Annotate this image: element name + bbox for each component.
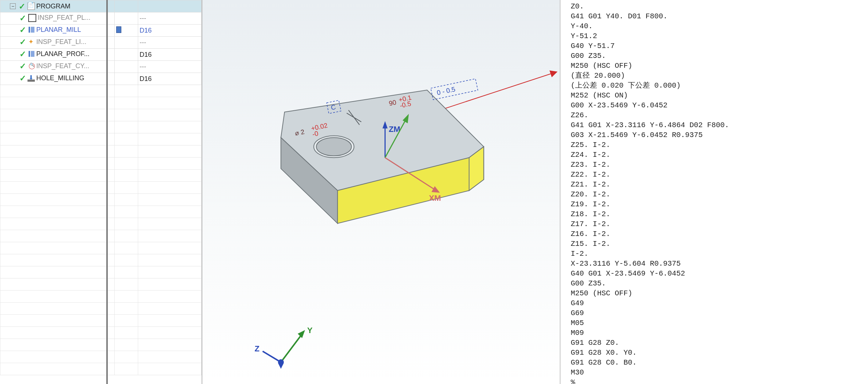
- svg-marker-18: [298, 330, 305, 338]
- dim-box-label: 0 - 0.5: [436, 85, 456, 96]
- tree-item-tool: ---: [140, 63, 146, 70]
- blank-row: [0, 278, 202, 291]
- axis-xm-label: XM: [429, 193, 441, 203]
- tree-item-tool: ---: [140, 39, 146, 46]
- tree-row[interactable]: PLANAR_MILL D16: [0, 25, 202, 37]
- program-root-label: PROGRAM: [36, 3, 70, 10]
- tree-row[interactable]: PLANAR_PROF... D16: [0, 49, 202, 61]
- program-icon: [27, 3, 35, 10]
- part-solid: [281, 90, 483, 224]
- blank-row: [0, 121, 202, 133]
- column-resize-handle[interactable]: [106, 0, 108, 384]
- tree-item-tool: D16: [140, 75, 152, 82]
- tree-item-label[interactable]: PLANAR_MILL: [36, 26, 81, 34]
- graphics-viewport[interactable]: ZM XM 0 - 0.5 C 90 +0.1: [202, 0, 560, 384]
- program-tree-table[interactable]: − PROGRAM INSP_FEAT_PL... ---: [0, 0, 202, 375]
- tree-item-label: PLANAR_PROF...: [36, 50, 89, 58]
- tree-row[interactable]: HOLE_MILLING D16: [0, 73, 202, 85]
- hole-mill-icon: [28, 75, 35, 81]
- blank-row: [0, 242, 202, 254]
- app-root: − PROGRAM INSP_FEAT_PL... ---: [0, 0, 868, 384]
- tree-item-tool[interactable]: D16: [140, 27, 152, 34]
- viewport-svg: ZM XM 0 - 0.5 C 90 +0.1: [202, 0, 560, 384]
- mill-icon: [28, 51, 35, 57]
- check-icon: [19, 26, 26, 33]
- tree-row[interactable]: INSP_FEAT_LI... ---: [0, 37, 202, 49]
- triad-y: Y: [307, 326, 313, 335]
- tree-item-label: INSP_FEAT_LI...: [36, 38, 87, 46]
- insp-plane-icon: [28, 14, 36, 22]
- insp-cyl-icon: [28, 63, 35, 69]
- nc-code-listing[interactable]: Z0. G41 G01 Y40. D01 F800. Y-40. Y-51.2 …: [571, 1, 861, 384]
- check-icon: [19, 3, 25, 10]
- check-icon: [19, 38, 26, 45]
- blank-row: [0, 291, 202, 303]
- blank-row: [0, 206, 202, 218]
- tree-row[interactable]: INSP_FEAT_CY... ---: [0, 61, 202, 73]
- world-triad: Y Z X: [255, 326, 313, 369]
- dim-callout-top: 0 - 0.5: [431, 79, 478, 100]
- blank-row: [0, 158, 202, 170]
- blank-row: [0, 182, 202, 194]
- tree-root-row[interactable]: − PROGRAM: [0, 0, 202, 12]
- blank-row: [0, 230, 202, 242]
- blank-row: [0, 303, 202, 315]
- check-icon: [19, 75, 26, 81]
- triad-z: Z: [255, 344, 260, 353]
- dim-90: 90: [388, 99, 397, 107]
- nc-code-panel[interactable]: Z0. G41 G01 Y40. D01 F800. Y-40. Y-51.2 …: [560, 0, 868, 384]
- toolpath-icon: [116, 26, 121, 33]
- check-icon: [19, 15, 26, 21]
- blank-row: [0, 339, 202, 351]
- blank-row: [0, 254, 202, 266]
- tree-item-tool: D16: [140, 51, 152, 58]
- tree-item-label: HOLE_MILLING: [36, 74, 84, 82]
- blank-row: [0, 351, 202, 363]
- blank-row: [0, 327, 202, 339]
- blank-row: [0, 133, 202, 145]
- tree-item-tool: ---: [140, 15, 146, 22]
- tree-item-label: INSP_FEAT_PL...: [38, 14, 91, 22]
- blank-row: [0, 109, 202, 121]
- blank-row: [0, 170, 202, 182]
- operation-navigator[interactable]: − PROGRAM INSP_FEAT_PL... ---: [0, 0, 202, 384]
- blank-row: [0, 218, 202, 230]
- svg-line-17: [281, 333, 303, 362]
- check-icon: [19, 63, 26, 69]
- svg-line-19: [262, 351, 281, 362]
- blank-row: [0, 97, 202, 109]
- insp-line-icon: [28, 38, 35, 45]
- tree-row[interactable]: INSP_FEAT_PL... ---: [0, 12, 202, 25]
- svg-marker-21: [278, 364, 283, 369]
- collapse-icon[interactable]: −: [10, 3, 16, 9]
- tree-item-label: INSP_FEAT_CY...: [36, 62, 89, 70]
- blank-row: [0, 363, 202, 375]
- blank-row: [0, 145, 202, 158]
- svg-point-6: [316, 137, 352, 156]
- check-icon: [19, 51, 26, 57]
- blank-row: [0, 194, 202, 206]
- blank-row: [0, 315, 202, 327]
- blank-row: [0, 266, 202, 278]
- blank-row: [0, 85, 202, 97]
- mill-icon: [28, 26, 35, 33]
